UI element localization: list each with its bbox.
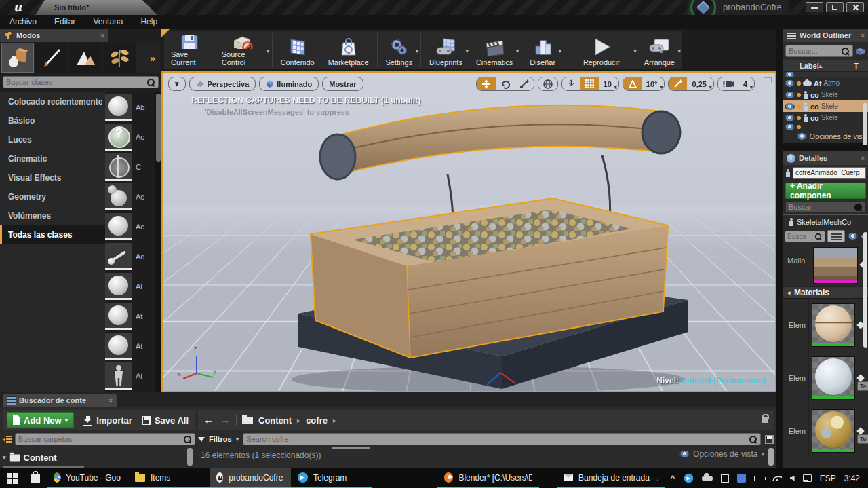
add-new-button[interactable]: Add New ▾ — [7, 412, 74, 428]
clock[interactable]: 3:42 — [844, 474, 860, 483]
class-item[interactable]: Ac — [105, 122, 156, 152]
design-button[interactable]: Diseñar ▾ — [523, 31, 562, 69]
skeletal-mesh-component-row[interactable]: SkeletalMeshCo — [783, 214, 868, 228]
volume-icon[interactable] — [790, 476, 795, 481]
launch-button[interactable]: Arranque ▾ — [637, 31, 682, 69]
save-current-button[interactable]: Save Current — [164, 31, 215, 69]
menu-ventana[interactable]: Ventana — [93, 17, 123, 26]
view-options-button[interactable]: Opciones de vista ▾ — [679, 449, 764, 459]
lock-icon[interactable] — [762, 417, 768, 423]
category-item[interactable]: Cinematic — [0, 149, 105, 168]
rotation-snap-button[interactable] — [623, 77, 642, 90]
material-thumbnail[interactable] — [812, 409, 855, 453]
tray-app-icon[interactable] — [721, 474, 729, 483]
category-item[interactable]: Colocado recientemente — [0, 92, 105, 111]
camera-speed-button[interactable] — [718, 77, 738, 90]
class-item[interactable]: Ac — [105, 182, 156, 212]
chevron-down-icon[interactable]: ▾ — [633, 48, 637, 54]
chevron-down-icon[interactable]: ▾ — [559, 48, 562, 54]
store-button[interactable] — [24, 468, 47, 488]
viewport-options-button[interactable]: ▾ — [168, 77, 186, 91]
lit-mode-button[interactable]: Iluminado — [259, 77, 319, 91]
outliner-search-input[interactable] — [789, 47, 841, 55]
world-local-toggle-button[interactable] — [538, 77, 557, 90]
foliage-mode-button[interactable] — [103, 43, 136, 73]
category-item[interactable]: Geometry — [0, 187, 105, 206]
close-button[interactable] — [846, 2, 864, 12]
folder-tree-scrollbar[interactable] — [187, 448, 193, 466]
category-item[interactable]: Volúmenes — [0, 206, 105, 225]
level-viewport[interactable]: ▾ Perspectiva Iluminado Mostrar REFLECTI… — [161, 71, 776, 392]
filter-row-scrollbar[interactable] — [332, 447, 370, 449]
class-list-scrollbar[interactable] — [156, 94, 161, 162]
camera-speed-value[interactable]: 4▾ — [738, 77, 754, 90]
visibility-eye-icon[interactable] — [785, 124, 795, 130]
minimize-button[interactable] — [806, 2, 823, 12]
paint-mode-button[interactable] — [35, 43, 68, 73]
forward-button[interactable]: → — [220, 414, 231, 426]
document-tab[interactable]: Sin título* — [35, 0, 157, 15]
menu-editar[interactable]: Editar — [54, 17, 75, 26]
chevron-down-icon[interactable]: ▾ — [236, 436, 239, 443]
maximize-viewport-button[interactable] — [762, 78, 771, 86]
chevron-down-icon[interactable]: ▾ — [416, 48, 419, 54]
category-item[interactable]: Visual Effects — [0, 168, 105, 187]
breadcrumb-content[interactable]: Content — [258, 415, 292, 426]
class-item[interactable]: At — [105, 301, 156, 331]
restore-button[interactable] — [826, 2, 844, 12]
scale-snap-button[interactable] — [669, 77, 687, 90]
class-item[interactable]: At — [105, 361, 156, 391]
tray-app-icon[interactable] — [737, 474, 746, 483]
class-item[interactable]: C — [105, 152, 156, 182]
details-scrollbar[interactable] — [863, 232, 867, 348]
asset-view-scrollbar[interactable] — [768, 448, 774, 466]
menu-archivo[interactable]: Archivo — [9, 17, 37, 26]
filters-button[interactable]: Filtros — [209, 435, 232, 443]
close-icon[interactable]: × — [108, 397, 113, 405]
move-tool-button[interactable] — [477, 77, 496, 90]
import-button[interactable]: Importar — [83, 415, 132, 426]
panel-divider[interactable] — [776, 29, 783, 468]
outliner-row[interactable]: At Atmo — [783, 77, 868, 89]
property-matrix-button[interactable] — [827, 230, 845, 242]
outliner-scrollbar[interactable] — [863, 103, 867, 145]
place-mode-button[interactable] — [1, 43, 34, 73]
class-item[interactable]: Ac — [105, 242, 156, 271]
actor-name-field[interactable] — [793, 167, 866, 179]
onedrive-icon[interactable] — [702, 476, 713, 481]
display-filter-eye-icon[interactable] — [848, 233, 858, 240]
class-item[interactable]: Ac — [105, 212, 156, 242]
task-telegram[interactable]: Telegram — [291, 468, 372, 488]
visibility-eye-icon[interactable] — [785, 72, 795, 77]
surface-snap-button[interactable] — [562, 77, 580, 90]
chevron-down-icon[interactable]: ▾ — [516, 48, 519, 54]
language-indicator[interactable]: ESP — [820, 474, 836, 483]
close-icon[interactable]: × — [100, 32, 104, 39]
save-all-button[interactable]: Save All — [142, 415, 189, 426]
components-search-input[interactable] — [789, 203, 854, 211]
battery-icon[interactable] — [754, 476, 764, 481]
add-component-button[interactable]: + Añadir componen — [785, 183, 866, 199]
reset-diamond-icon[interactable] — [856, 374, 864, 381]
scale-snap-value[interactable]: 0,25▾ — [687, 77, 713, 90]
close-icon[interactable]: × — [861, 32, 865, 39]
world-outliner-header[interactable]: World Outliner × — [783, 29, 868, 42]
task-unreal-active[interactable]: u probandoCofre - Unr... — [210, 468, 291, 488]
reset-diamond-icon[interactable] — [856, 427, 864, 434]
material-thumbnail[interactable] — [812, 303, 855, 347]
details-header[interactable]: i Detalles × — [783, 151, 868, 165]
start-button[interactable] — [0, 468, 24, 488]
content-button[interactable]: Contenido — [273, 31, 321, 69]
outliner-row[interactable]: co Skele — [783, 89, 868, 100]
grid-snap-button[interactable] — [580, 77, 599, 90]
task-blender[interactable]: Blender* [C:\Users\D... — [437, 468, 539, 488]
menu-help[interactable]: Help — [140, 17, 157, 26]
category-item[interactable]: Luces — [0, 130, 105, 149]
visibility-eye-icon[interactable] — [785, 80, 795, 87]
folder-tree-hscrollbar[interactable] — [3, 466, 84, 468]
material-thumbnail[interactable] — [812, 356, 855, 400]
label-column-header[interactable]: Label — [800, 62, 819, 70]
class-item[interactable]: Al — [105, 271, 156, 301]
settings-button[interactable]: Settings ▾ — [378, 31, 419, 69]
materials-section-header[interactable]: ◄ Materials — [783, 286, 868, 299]
